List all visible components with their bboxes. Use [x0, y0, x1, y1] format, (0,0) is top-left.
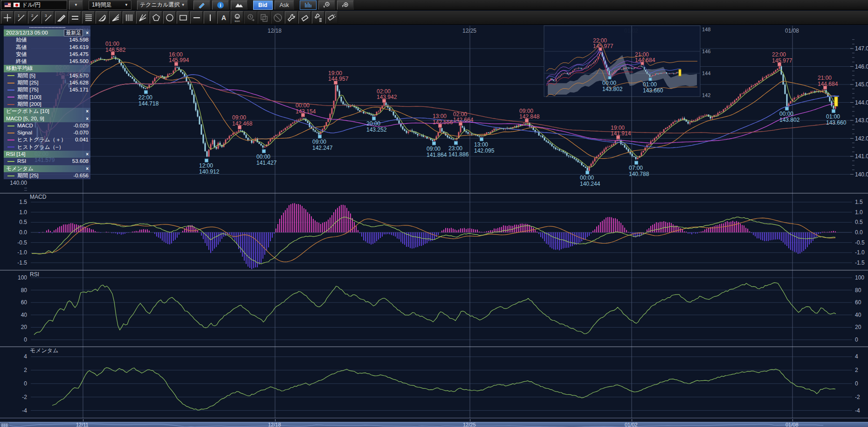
stamp-smiley-tool-button[interactable]: icon	[231, 11, 243, 24]
svg-text:141.00: 141.00	[855, 153, 868, 160]
svg-text:141.886: 141.886	[448, 151, 469, 158]
svg-text:60: 60	[21, 299, 28, 306]
indicator-row: 期間 [25]-0.656	[4, 172, 90, 179]
indicator-info-panel[interactable]: 2023/12/13 05:00最新足×始値145.598高値145.619安値…	[4, 26, 90, 179]
svg-text:146.00: 146.00	[855, 63, 868, 70]
pentagon-tool-button[interactable]	[150, 11, 162, 24]
svg-text:144.718: 144.718	[138, 100, 159, 107]
fan-lines-icon	[110, 13, 121, 23]
pencil-button[interactable]	[193, 0, 210, 10]
fibonacci-arc-tool-button[interactable]	[96, 11, 108, 24]
chart-scrollbar[interactable]: 12/1112/1812/2501/0201/08	[0, 422, 868, 427]
pair-dropdown-button[interactable]: ▼	[69, 0, 83, 10]
fan-lines-tool-button[interactable]	[109, 11, 122, 24]
svg-text:142.556: 142.556	[433, 119, 453, 126]
wrench-tool-button[interactable]	[285, 11, 297, 24]
trendline-3-tool-button[interactable]: 3	[41, 11, 54, 24]
ask-button[interactable]: Ask	[275, 0, 294, 10]
svg-text:モメンタム: モメンタム	[30, 347, 58, 354]
trendline-2-icon: 2	[29, 13, 40, 23]
ellipse-icon	[165, 13, 175, 23]
svg-text:0.5: 0.5	[19, 219, 27, 225]
copy-icon	[259, 13, 269, 23]
zoom-out-button[interactable]	[318, 0, 335, 10]
trendline-2-tool-button[interactable]: 2	[28, 11, 41, 24]
svg-text:143.802: 143.802	[779, 117, 800, 123]
svg-text:13:00: 13:00	[474, 141, 488, 148]
scrollbar-date-label: 01/02	[625, 422, 638, 427]
clear-all-tool-button[interactable]	[325, 11, 338, 24]
svg-text:A: A	[221, 14, 226, 21]
bid-button[interactable]: Bid	[253, 0, 273, 10]
svg-text:3: 3	[45, 14, 47, 18]
rectangle-tool-button[interactable]	[177, 11, 189, 24]
horizontal-line-tool-button[interactable]	[190, 11, 203, 24]
svg-text:142.664: 142.664	[453, 117, 474, 123]
panel-drag-handle[interactable]	[4, 26, 90, 29]
four-hlines-tool-button[interactable]	[82, 11, 95, 24]
ellipse-tool-button[interactable]	[163, 11, 176, 24]
vertical-line-icon	[205, 13, 215, 23]
svg-text:-1.5: -1.5	[855, 259, 865, 266]
svg-text:145.977: 145.977	[593, 43, 613, 49]
section-close-icon[interactable]: ×	[86, 165, 89, 172]
bar-chart-button[interactable]	[300, 0, 317, 10]
technical-select-button[interactable]: テクニカル選択 ▼	[137, 0, 188, 10]
history-undo-tool-button[interactable]	[244, 11, 257, 24]
interval-select[interactable]: 1時間足▼	[89, 0, 131, 10]
eraser-icon	[300, 13, 310, 23]
svg-text:60: 60	[855, 299, 861, 306]
overview-inset-chart[interactable]: 22:00145.97721:00144.68400:00143.80201:0…	[544, 26, 710, 98]
copy-tool-button[interactable]	[258, 11, 270, 24]
vertical-line-tool-button[interactable]	[204, 11, 216, 24]
series-swatch-icon	[7, 133, 14, 133]
scrollbar-date-label: 01/08	[785, 422, 799, 427]
svg-text:140.912: 140.912	[199, 168, 220, 175]
indicator-row: Signal-0.070	[4, 129, 90, 136]
mountain-button[interactable]	[231, 0, 248, 10]
hand-stop-tool-button[interactable]	[271, 11, 284, 24]
section-close-icon[interactable]: ×	[86, 151, 89, 158]
indicator-row: 期間 [200]	[4, 101, 90, 108]
trendline-3-icon: 3	[43, 13, 53, 23]
scrollbar-date-label: 12/18	[268, 422, 281, 427]
four-hlines-icon	[83, 13, 94, 23]
gann-fan-tool-button[interactable]	[136, 11, 149, 24]
trendline-1-tool-button[interactable]: 1	[14, 11, 27, 24]
two-hlines-tool-button[interactable]	[69, 11, 81, 24]
svg-text:141.427: 141.427	[256, 160, 277, 166]
vertical-lines-icon	[124, 13, 134, 23]
top-toolbar: ドル/円▼1時間足▼テクニカル選択 ▼iBidAsk	[0, 0, 868, 10]
info-button[interactable]: i	[212, 0, 229, 10]
scrollbar-date-label: 12/25	[463, 422, 476, 427]
svg-text:1.0: 1.0	[855, 209, 863, 216]
pentagon-icon	[151, 13, 161, 23]
svg-text:0.0: 0.0	[855, 229, 863, 236]
section-close-icon[interactable]: ×	[86, 115, 89, 122]
crosshair-tool-button[interactable]	[1, 11, 14, 24]
main-chart[interactable]: 12/1112/1812/2501/0201/0801:00146.58216:…	[0, 0, 868, 427]
svg-text:100: 100	[18, 274, 27, 281]
latest-bar-button[interactable]: 最新足	[64, 29, 83, 36]
svg-text:2: 2	[855, 367, 858, 373]
pair-select[interactable]: ドル/円	[1, 0, 67, 10]
freehand-pencil-tool-button[interactable]	[55, 11, 68, 24]
svg-text:143.660: 143.660	[643, 87, 663, 94]
settings-list-tool-button[interactable]	[312, 11, 324, 24]
text-tool-tool-button[interactable]: A	[217, 11, 230, 24]
zoom-in-button[interactable]	[337, 0, 354, 10]
svg-text:142.247: 142.247	[312, 145, 333, 151]
eraser-tool-button[interactable]	[298, 11, 311, 24]
panel-close-icon[interactable]: ×	[86, 29, 89, 36]
fx-chart-app: { "toolbar_top": { "pair": {"label": "ドル…	[0, 0, 868, 427]
vertical-lines-tool-button[interactable]	[123, 11, 135, 24]
settings-list-icon	[313, 13, 324, 23]
section-close-icon[interactable]: ×	[86, 108, 89, 115]
series-swatch-icon	[7, 104, 14, 105]
svg-text:23:00: 23:00	[448, 145, 462, 152]
svg-text:1.5: 1.5	[19, 199, 27, 205]
svg-text:144.684: 144.684	[635, 57, 655, 63]
svg-text:00:00: 00:00	[779, 111, 793, 117]
svg-text:80: 80	[21, 287, 28, 294]
indicator-row: RSI53.608	[4, 158, 90, 165]
